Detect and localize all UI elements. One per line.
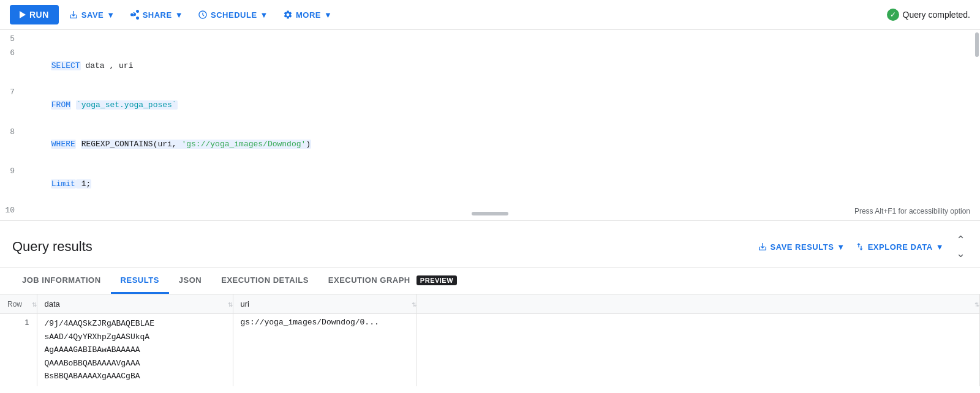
col-resize-uri[interactable]: ⇅	[412, 301, 417, 307]
data-cell-lines: /9j/4AAQSkZJRgABAQEBLAE sAAD/4QyYRXhpZgA…	[45, 318, 225, 383]
explore-chevron: ▼	[936, 242, 944, 252]
schedule-chevron: ▼	[260, 10, 268, 20]
save-label: SAVE	[81, 10, 104, 20]
table-row: 1 /9j/4AAQSkZJRgABAQEBLAE sAAD/4QyYRXhpZ…	[0, 314, 980, 386]
results-actions: SAVE RESULTS ▼ EXPLORE DATA ▼ ⌃⌄	[758, 231, 968, 263]
code-editor[interactable]: 5 6 SELECT data , uri 7 FROM `yoga_set.y…	[0, 30, 980, 221]
code-line-10: 10	[0, 204, 980, 218]
explore-data-button[interactable]: EXPLORE DATA ▼	[855, 242, 944, 252]
col-header-uri: uri ⇅	[233, 294, 417, 314]
results-title: Query results	[12, 239, 758, 255]
cell-uri: gs://yoga_images/Downdog/0...	[233, 314, 417, 386]
save-results-button[interactable]: SAVE RESULTS ▼	[758, 242, 845, 252]
cell-empty	[417, 314, 980, 386]
schedule-button[interactable]: SCHEDULE ▼	[193, 6, 273, 23]
accessibility-hint: Press Alt+F1 for accessibility option	[854, 207, 970, 215]
gear-icon	[283, 10, 293, 20]
share-icon	[130, 10, 140, 20]
success-icon: ✓	[887, 9, 899, 21]
more-chevron: ▼	[324, 10, 332, 20]
code-line-8: 8 WHERE REGEXP_CONTAINS(uri, 'gs://yoga_…	[0, 125, 980, 165]
schedule-label: SCHEDULE	[211, 10, 257, 20]
run-label: RUN	[29, 10, 49, 20]
tabs-bar: JOB INFORMATION RESULTS JSON EXECUTION D…	[0, 268, 980, 294]
col-header-empty: ⇅	[417, 294, 980, 314]
save-results-icon	[758, 242, 767, 252]
col-resize-empty[interactable]: ⇅	[974, 301, 979, 307]
tab-results[interactable]: RESULTS	[111, 268, 169, 294]
col-resize-data[interactable]: ⇅	[228, 301, 233, 307]
save-icon	[69, 10, 78, 20]
query-status-text: Query completed.	[903, 10, 971, 20]
save-button[interactable]: SAVE ▼	[64, 6, 120, 23]
preview-badge: PREVIEW	[417, 275, 457, 285]
tab-execution-details[interactable]: EXECUTION DETAILS	[211, 268, 318, 294]
code-line-7: 7 FROM `yoga_set.yoga_poses`	[0, 86, 980, 125]
explore-icon	[855, 242, 865, 252]
tab-json[interactable]: JSON	[169, 268, 211, 294]
tab-job-information[interactable]: JOB INFORMATION	[12, 268, 111, 294]
schedule-icon	[198, 10, 208, 20]
vertical-scrollbar[interactable]	[975, 32, 979, 57]
code-line-6: 6 SELECT data , uri	[0, 47, 980, 86]
cell-data: /9j/4AAQSkZJRgABAQEBLAE sAAD/4QyYRXhpZgA…	[37, 314, 233, 386]
col-header-row: Row ⇅	[0, 294, 37, 314]
explore-data-label: EXPLORE DATA	[868, 242, 933, 252]
share-label: SHARE	[143, 10, 172, 20]
run-button[interactable]: RUN	[10, 5, 59, 24]
cell-row-number: 1	[0, 314, 37, 386]
results-table-wrapper[interactable]: Row ⇅ data ⇅ uri ⇅ ⇅ 1	[0, 294, 980, 386]
horizontal-scrollbar[interactable]	[472, 212, 508, 215]
more-label: MORE	[296, 10, 321, 20]
results-table: Row ⇅ data ⇅ uri ⇅ ⇅ 1	[0, 294, 980, 386]
save-chevron: ▼	[107, 10, 115, 20]
toolbar: RUN SAVE ▼ SHARE ▼ SCHEDULE ▼ MORE ▼ ✓ Q…	[0, 0, 980, 30]
more-button[interactable]: MORE ▼	[278, 6, 337, 23]
code-line-5: 5	[0, 32, 980, 47]
play-icon	[20, 11, 26, 18]
results-header: Query results SAVE RESULTS ▼ EXPLORE DAT…	[0, 221, 980, 268]
share-chevron: ▼	[175, 10, 183, 20]
table-header-row: Row ⇅ data ⇅ uri ⇅ ⇅	[0, 294, 980, 314]
expand-button[interactable]: ⌃⌄	[954, 231, 968, 263]
col-resize-row[interactable]: ⇅	[32, 301, 37, 307]
code-line-9: 9 Limit 1;	[0, 165, 980, 204]
save-results-label: SAVE RESULTS	[771, 242, 834, 252]
save-results-chevron: ▼	[837, 242, 845, 252]
tab-execution-graph[interactable]: EXECUTION GRAPH PREVIEW	[318, 268, 467, 294]
col-header-data: data ⇅	[37, 294, 233, 314]
query-status: ✓ Query completed.	[887, 9, 971, 21]
share-button[interactable]: SHARE ▼	[125, 6, 188, 23]
